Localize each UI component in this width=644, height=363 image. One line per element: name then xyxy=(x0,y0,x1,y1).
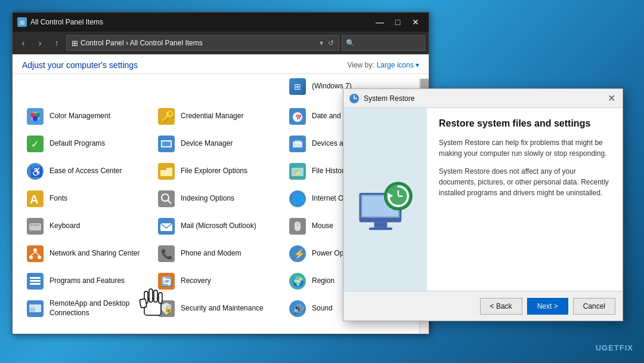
search-box[interactable]: 🔍 xyxy=(342,35,425,51)
address-path[interactable]: ⊞ Control Panel › All Control Panel Item… xyxy=(66,35,339,51)
color-management-icon xyxy=(26,107,45,126)
mail-icon xyxy=(157,217,176,236)
programs-features-icon xyxy=(26,272,45,291)
recovery-icon: 🔄 xyxy=(157,272,176,291)
view-by: View by: Large icons ▾ xyxy=(347,61,419,69)
list-item[interactable]: File Explorer Options xyxy=(153,158,284,185)
back-button[interactable]: < Back xyxy=(480,298,522,315)
network-sharing-icon xyxy=(26,244,45,263)
svg-text:📂: 📂 xyxy=(294,169,301,176)
list-item[interactable]: Device Manager xyxy=(153,130,284,158)
item-label: Mail (Microsoft Outlook) xyxy=(181,222,256,231)
cp-title-icon: ⊞ xyxy=(17,17,27,27)
item-label: Fonts xyxy=(49,194,67,204)
list-item[interactable]: 🔄 Recovery xyxy=(153,267,284,295)
sr-title-text: System Restore xyxy=(364,94,605,103)
view-by-label: View by: xyxy=(347,61,374,69)
svg-point-45 xyxy=(33,248,37,252)
svg-text:🔄: 🔄 xyxy=(161,276,173,287)
cp-header-title: Adjust your computer's settings xyxy=(22,60,138,70)
svg-rect-55 xyxy=(30,277,41,279)
list-item[interactable]: ♿ Ease of Access Center xyxy=(22,158,153,185)
item-label: Default Programs xyxy=(49,139,105,149)
item-label: Keyboard xyxy=(49,222,80,231)
svg-text:⚡: ⚡ xyxy=(293,248,305,260)
item-label: File History xyxy=(312,167,348,176)
list-item[interactable]: Keyboard xyxy=(22,213,153,240)
list-item[interactable]: 🔑 Credential Manager xyxy=(153,103,284,130)
svg-rect-75 xyxy=(369,227,392,230)
svg-text:♿: ♿ xyxy=(30,166,42,177)
list-item[interactable]: 🔒 Security and Maintenance xyxy=(153,295,284,322)
power-options-icon: ⚡ xyxy=(288,244,307,263)
next-button[interactable]: Next > xyxy=(527,298,568,315)
svg-text:📅: 📅 xyxy=(295,114,302,121)
forward-button[interactable]: › xyxy=(33,36,47,50)
keyboard-icon xyxy=(26,217,45,236)
fonts-icon: A xyxy=(26,189,45,208)
svg-rect-17 xyxy=(295,140,301,143)
remoteapp-icon xyxy=(26,299,45,318)
sr-close-button[interactable]: ✕ xyxy=(605,92,618,105)
cancel-button[interactable]: Cancel xyxy=(573,298,615,315)
list-item[interactable]: 📞 Phone and Modem xyxy=(153,240,284,267)
view-by-value[interactable]: Large icons ▾ xyxy=(377,61,419,69)
svg-text:🔒: 🔒 xyxy=(164,304,173,313)
list-item[interactable]: Programs and Features xyxy=(22,267,153,295)
sr-footer: < Back Next > Cancel xyxy=(343,291,623,321)
maximize-button[interactable]: □ xyxy=(389,16,406,29)
list-item[interactable]: A Fonts xyxy=(22,185,153,213)
cp-header: Adjust your computer's settings View by:… xyxy=(13,54,429,74)
item-label: Programs and Features xyxy=(49,276,125,286)
phone-modem-icon: 📞 xyxy=(157,244,176,263)
address-icon: ⊞ xyxy=(72,39,78,48)
list-item[interactable]: Color Management xyxy=(22,103,153,130)
sr-titlebar: System Restore ✕ xyxy=(343,89,623,108)
svg-text:A: A xyxy=(30,193,38,206)
item-label: File Explorer Options xyxy=(181,167,247,176)
svg-text:✓: ✓ xyxy=(31,139,39,149)
item-label: Device Manager xyxy=(181,139,233,149)
watermark-text1: UGET xyxy=(596,343,620,352)
svg-rect-37 xyxy=(35,224,37,226)
item-label: Indexing Options xyxy=(181,194,234,204)
cp-window-controls: — □ ✕ xyxy=(371,16,424,29)
sound-icon: 🔊 xyxy=(288,299,307,318)
item-label: Ease of Access Center xyxy=(49,167,122,176)
list-item[interactable]: Network and Sharing Center xyxy=(22,240,153,267)
sr-illustration xyxy=(349,114,421,285)
svg-text:🔊: 🔊 xyxy=(292,303,304,315)
system-restore-dialog: System Restore ✕ xyxy=(343,88,623,321)
indexing-options-icon xyxy=(157,189,176,208)
svg-text:📞: 📞 xyxy=(161,248,173,260)
back-button[interactable]: ‹ xyxy=(16,36,30,50)
close-button[interactable]: ✕ xyxy=(407,16,424,29)
file-explorer-options-icon xyxy=(157,162,176,181)
list-item[interactable]: Indexing Options xyxy=(153,185,284,213)
refresh-icon[interactable]: ↺ xyxy=(328,39,334,47)
item-label: Region xyxy=(312,276,335,286)
svg-text:🔑: 🔑 xyxy=(162,110,175,123)
item-label: Network and Sharing Center xyxy=(49,249,140,259)
dropdown-icon: ▾ xyxy=(320,39,323,47)
internet-options-icon: 🌐 xyxy=(288,189,307,208)
sr-left-panel xyxy=(343,108,427,291)
address-text: Control Panel › All Control Panel Items xyxy=(80,39,203,47)
item-label: Mouse xyxy=(312,222,333,231)
region-icon: 🌍 xyxy=(288,272,307,291)
list-item[interactable]: RemoteApp and Desktop Connections xyxy=(22,295,153,322)
svg-rect-34 xyxy=(29,223,41,230)
svg-rect-36 xyxy=(33,224,35,226)
svg-rect-57 xyxy=(30,283,41,285)
sr-desc1: System Restore can help fix problems tha… xyxy=(439,137,611,159)
sr-right-panel: Restore system files and settings System… xyxy=(427,108,623,291)
svg-rect-22 xyxy=(160,167,166,170)
minimize-button[interactable]: — xyxy=(371,16,388,29)
up-button[interactable]: ↑ xyxy=(49,36,64,50)
svg-rect-14 xyxy=(162,141,171,146)
list-item[interactable]: Mail (Microsoft Outlook) xyxy=(153,213,284,240)
watermark-text2: FIX xyxy=(620,343,633,352)
list-item[interactable]: ✓ Default Programs xyxy=(22,130,153,158)
svg-point-47 xyxy=(38,256,41,259)
svg-rect-64 xyxy=(29,307,35,312)
